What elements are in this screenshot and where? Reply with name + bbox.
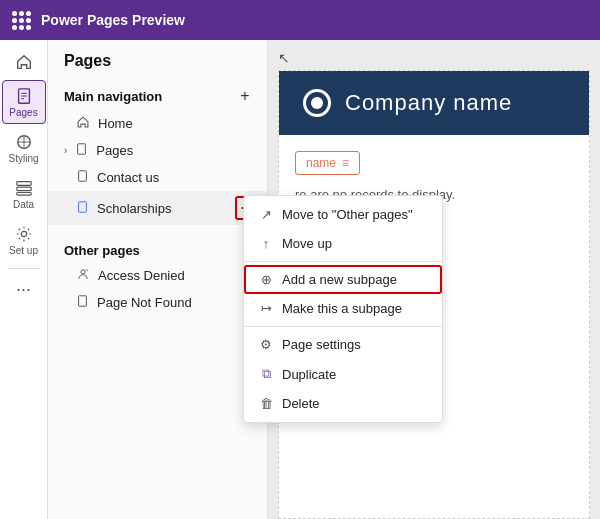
nav-item-not-found-label: Page Not Found xyxy=(97,295,255,310)
sidebar-item-pages-label: Pages xyxy=(9,107,37,118)
context-menu-move-up-label: Move up xyxy=(282,236,332,251)
main-navigation-header: Main navigation + xyxy=(48,80,267,110)
sidebar-item-pages[interactable]: Pages xyxy=(2,80,46,124)
sidebar-item-setup[interactable]: Set up xyxy=(2,218,46,262)
svg-rect-14 xyxy=(79,296,87,306)
pages-panel-title: Pages xyxy=(48,52,267,80)
svg-rect-9 xyxy=(78,144,86,154)
context-menu-add-subpage[interactable]: ⊕ Add a new subpage xyxy=(244,265,442,294)
sidebar-item-styling[interactable]: Styling xyxy=(2,126,46,170)
context-menu-move-up[interactable]: ↑ Move up xyxy=(244,229,442,258)
resize-handle-icon[interactable]: ↖ xyxy=(278,50,290,66)
contact-page-icon xyxy=(76,169,89,186)
duplicate-icon: ⧉ xyxy=(258,366,274,382)
app-title: Power Pages Preview xyxy=(41,12,185,28)
context-menu-add-subpage-label: Add a new subpage xyxy=(282,272,397,287)
name-field-tag: name ≡ xyxy=(295,151,360,175)
sidebar-item-data[interactable]: Data xyxy=(2,172,46,216)
page-icon xyxy=(75,142,88,159)
svg-rect-7 xyxy=(16,192,30,195)
nav-item-contact-label: Contact us xyxy=(97,170,255,185)
svg-point-8 xyxy=(21,231,26,236)
svg-line-13 xyxy=(86,269,88,271)
context-menu-move-other[interactable]: ↗ Move to "Other pages" xyxy=(244,200,442,229)
context-menu-separator-1 xyxy=(244,261,442,262)
move-other-icon: ↗ xyxy=(258,207,274,222)
add-subpage-icon: ⊕ xyxy=(258,272,274,287)
nav-item-pages[interactable]: › Pages xyxy=(48,137,267,164)
context-menu-make-subpage-label: Make this a subpage xyxy=(282,301,402,316)
company-name: Company name xyxy=(345,90,512,116)
delete-icon: 🗑 xyxy=(258,396,274,411)
context-menu-page-settings-label: Page settings xyxy=(282,337,361,352)
not-found-page-icon xyxy=(76,294,89,311)
svg-rect-10 xyxy=(79,171,87,181)
sidebar-item-home[interactable] xyxy=(2,46,46,78)
svg-rect-5 xyxy=(16,181,30,185)
pages-panel: Pages Main navigation + Home › Pages Con… xyxy=(48,40,268,519)
company-logo-icon xyxy=(303,89,331,117)
sidebar-item-styling-label: Styling xyxy=(8,153,38,164)
sidebar-item-data-label: Data xyxy=(13,199,34,210)
scholarships-page-icon xyxy=(76,200,89,217)
nav-item-home[interactable]: Home xyxy=(48,110,267,137)
other-pages-label: Other pages xyxy=(48,237,267,262)
nav-item-access-denied[interactable]: Access Denied xyxy=(48,262,267,289)
context-menu: ↗ Move to "Other pages" ↑ Move up ⊕ Add … xyxy=(243,195,443,423)
icon-sidebar: Pages Styling Data Set up ··· xyxy=(0,40,48,519)
svg-rect-11 xyxy=(79,201,87,211)
expand-arrow-icon: › xyxy=(64,145,67,156)
nav-item-scholarships[interactable]: Scholarships ⋯ xyxy=(48,191,267,225)
nav-item-home-label: Home xyxy=(98,116,255,131)
sidebar-more-button[interactable]: ··· xyxy=(16,279,31,300)
page-settings-icon: ⚙ xyxy=(258,337,274,352)
home-icon xyxy=(76,115,90,132)
context-menu-delete[interactable]: 🗑 Delete xyxy=(244,389,442,418)
main-navigation-label: Main navigation xyxy=(64,89,162,104)
nav-item-pages-label: Pages xyxy=(96,143,255,158)
nav-item-contact[interactable]: Contact us xyxy=(48,164,267,191)
nav-item-scholarships-label: Scholarships xyxy=(97,201,171,216)
move-up-icon: ↑ xyxy=(258,236,274,251)
context-menu-move-other-label: Move to "Other pages" xyxy=(282,207,413,222)
context-menu-make-subpage[interactable]: ↦ Make this a subpage xyxy=(244,294,442,323)
make-subpage-icon: ↦ xyxy=(258,301,274,316)
context-menu-separator-2 xyxy=(244,326,442,327)
name-field-label: name xyxy=(306,156,336,170)
nav-item-page-not-found[interactable]: Page Not Found xyxy=(48,289,267,316)
context-menu-delete-label: Delete xyxy=(282,396,320,411)
app-grid-icon[interactable] xyxy=(12,11,31,30)
svg-rect-6 xyxy=(16,187,30,191)
sidebar-item-setup-label: Set up xyxy=(9,245,38,256)
preview-header: Company name xyxy=(279,71,589,135)
context-menu-page-settings[interactable]: ⚙ Page settings xyxy=(244,330,442,359)
name-field-indicator: ≡ xyxy=(342,156,349,170)
svg-point-12 xyxy=(81,270,85,274)
topbar: Power Pages Preview xyxy=(0,0,600,40)
add-page-button[interactable]: + xyxy=(235,86,255,106)
main-layout: Pages Styling Data Set up ··· xyxy=(0,40,600,519)
nav-item-access-denied-label: Access Denied xyxy=(98,268,255,283)
sidebar-separator xyxy=(8,268,40,269)
other-pages-section: Other pages Access Denied Page Not Found xyxy=(48,237,267,316)
context-menu-duplicate-label: Duplicate xyxy=(282,367,336,382)
logo-inner-circle xyxy=(311,97,323,109)
context-menu-duplicate[interactable]: ⧉ Duplicate xyxy=(244,359,442,389)
access-denied-icon xyxy=(76,267,90,284)
